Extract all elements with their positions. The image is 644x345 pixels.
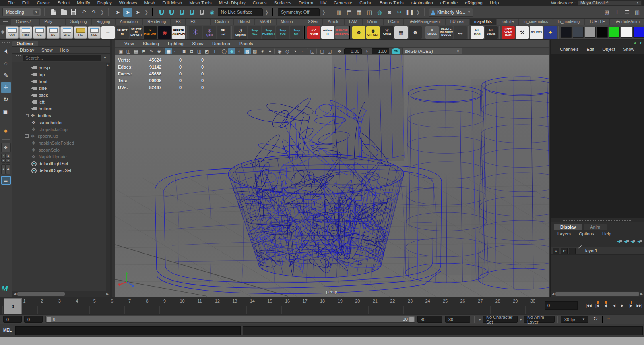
camera-attributes-icon[interactable]: ▤ <box>132 48 140 54</box>
viewport-menu-item[interactable]: Panels <box>235 41 257 46</box>
chevron-down-icon[interactable]: ▼ <box>103 56 107 60</box>
gate-mask-icon[interactable]: ◘ <box>188 48 195 54</box>
shelf-tab[interactable]: Rendering <box>143 19 170 25</box>
layout-outliner-persp-button[interactable]: ☰ <box>1 176 11 185</box>
shelf-button[interactable] <box>423 26 425 39</box>
outliner-menu-item[interactable]: Display <box>17 48 37 52</box>
range-end-handle[interactable] <box>409 317 414 322</box>
scale-tool[interactable]: ▣ <box>1 106 11 117</box>
colorspace-dropdown[interactable]: sRGB (ACES)▼ <box>402 48 462 54</box>
toolbox-grip-icon[interactable] <box>2 42 10 43</box>
remove-namespace-shelf-button[interactable]: REMOVE NAMESPACE <box>335 26 349 39</box>
safe-action-icon[interactable]: ◩ <box>203 48 211 54</box>
outliner-item[interactable]: defaultLightSet <box>12 160 106 167</box>
redo-button[interactable]: ↷ <box>89 8 98 17</box>
sidebar-channel-box-button[interactable]: ☰ <box>623 8 632 17</box>
timeline-frame-9[interactable]: 9 <box>160 299 169 303</box>
timeline-frame-17[interactable]: 17 <box>301 299 310 303</box>
group-collapse-arrow[interactable]: ❯ <box>265 10 268 15</box>
channel-box-menu-item[interactable]: Edit <box>583 47 598 52</box>
group-collapse-arrow[interactable]: ❯ <box>144 10 148 15</box>
window-shelf-button[interactable]: Hshd <box>19 26 32 39</box>
wireframe-on-shaded-icon[interactable]: ◐ <box>236 48 243 54</box>
mel-result-field[interactable] <box>243 326 643 335</box>
expand-icon[interactable] <box>25 114 29 117</box>
timeline-frame-23[interactable]: 23 <box>406 299 415 303</box>
step-back-key-button[interactable]: ◀| <box>601 301 609 310</box>
menu-item[interactable]: Bonus Tools <box>376 0 407 6</box>
timeline-frame-11[interactable]: 11 <box>195 299 204 303</box>
panel-splitter[interactable] <box>563 220 631 221</box>
timeline-frame-25[interactable]: 25 <box>441 299 450 303</box>
parent-shelf-button[interactable]: ☻ <box>352 26 365 39</box>
shelf-tab[interactable]: mayaUtils <box>470 19 496 25</box>
layout-pane-button[interactable]: + <box>1 158 6 163</box>
outliner-item[interactable]: NapkinUpdate <box>12 153 106 160</box>
color-swatch-shelf-button[interactable] <box>573 27 584 38</box>
chevron-down-icon[interactable]: ▼ <box>478 318 481 322</box>
color-swatch-shelf-button[interactable] <box>633 27 644 38</box>
xray-joints-icon[interactable]: ◱ <box>326 48 333 54</box>
character-set-dropdown[interactable]: No Character Set <box>483 316 518 323</box>
shelf-button[interactable] <box>304 26 306 39</box>
shelf-button[interactable] <box>186 26 188 39</box>
current-frame-indicator[interactable]: 0 <box>4 298 22 314</box>
shelf-tab[interactable]: FX Caching <box>186 19 210 25</box>
offset-shelf-button[interactable]: ☻ OFFSET <box>366 26 380 39</box>
shelf-tab[interactable]: Arnold <box>323 19 344 25</box>
menu-item[interactable]: Mesh <box>140 0 159 6</box>
outliner-item[interactable]: spoonSolo <box>12 146 106 153</box>
make-live-button[interactable]: ◉ <box>208 8 217 17</box>
shelf-tab[interactable]: Rigging <box>92 19 115 25</box>
group-collapse-arrow[interactable]: ❯ <box>101 10 104 15</box>
layer-editor-tab[interactable]: Display <box>554 224 582 230</box>
layout-two-pane-button[interactable]: ◆ <box>6 164 10 174</box>
go-to-end-button[interactable]: ▶▶| <box>635 301 643 310</box>
layer-editor-tab[interactable]: Anim <box>584 224 607 230</box>
window-shelf-button[interactable]: RE <box>74 26 87 39</box>
bookmark-icon[interactable]: ⚑ <box>140 48 147 54</box>
select-hi-shelf-button[interactable]: SELECT HI <box>116 26 129 39</box>
current-frame-field[interactable] <box>545 301 578 310</box>
resolution-gate-icon[interactable]: ◙ <box>180 48 188 54</box>
snap-manager-shelf-button[interactable]: ↺ SnpMm <box>234 26 247 39</box>
shelf-tab[interactable]: XGen <box>303 19 323 25</box>
menu-item[interactable]: File <box>4 0 19 6</box>
ipr-render-button[interactable]: ▦ <box>355 8 364 17</box>
layout-pane-button[interactable]: ◆ <box>6 154 10 158</box>
color-swatch-shelf-button[interactable] <box>585 27 596 38</box>
display-layers-shelf-button[interactable]: ≣ <box>101 26 115 39</box>
playback-loop-icon[interactable]: ↻ <box>593 316 598 322</box>
color-management-toggle[interactable]: ON <box>392 48 400 54</box>
window-shelf-button[interactable]: UTE <box>60 26 73 39</box>
render-sequence-button[interactable]: ◫ <box>365 8 374 17</box>
checker-icon[interactable]: ▨ <box>251 48 258 54</box>
mel-input[interactable] <box>15 326 241 335</box>
textured-icon[interactable]: ▩ <box>244 48 251 54</box>
animation-preferences-icon[interactable]: ◔ <box>607 316 610 322</box>
layer-row[interactable]: V P layer1 <box>551 247 644 255</box>
snap-point-button[interactable] <box>178 8 186 17</box>
window-shelf-button[interactable]: GE <box>33 26 46 39</box>
play-forwards-button[interactable]: ▶ <box>618 301 626 310</box>
range-start-handle[interactable] <box>47 317 51 322</box>
outliner-menu-item[interactable]: Show <box>38 48 56 52</box>
playback-end-field[interactable] <box>417 316 442 323</box>
film-gate-icon[interactable]: ▭ <box>173 48 180 54</box>
timeline-numbers[interactable]: 0123456789101112131415161718192021222324… <box>2 299 537 303</box>
menu-item[interactable]: Display <box>94 0 116 6</box>
gamma-field[interactable]: 1.00 <box>372 48 389 54</box>
transfer-shelf-button[interactable]: ↔ <box>454 26 467 39</box>
layer-display-type-toggle[interactable] <box>569 248 576 254</box>
viewport-toolbar-icon[interactable] <box>219 48 220 54</box>
outliner-vertical-scrollbar[interactable]: ▲ <box>106 63 110 291</box>
rotate-tool[interactable]: ↻ <box>1 94 11 105</box>
window-shelf-button[interactable]: NSE <box>88 26 101 39</box>
edit-bookmark-icon[interactable]: ✎ <box>148 48 155 54</box>
gamma-icon[interactable]: ◑ <box>363 48 370 54</box>
shadows-icon[interactable]: ● <box>266 48 274 54</box>
timeline-frame-21[interactable]: 21 <box>371 299 380 303</box>
panel-horizontal-scrollbar[interactable]: ◀▶ <box>551 291 644 297</box>
animation-start-field[interactable] <box>3 316 22 323</box>
safe-title-icon[interactable]: T <box>211 48 218 54</box>
